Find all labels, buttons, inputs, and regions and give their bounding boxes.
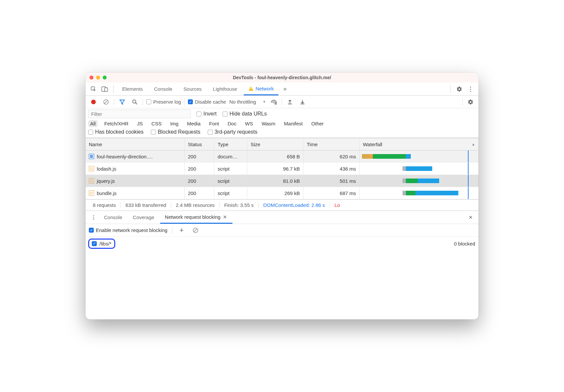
summary-requests: 8 requests bbox=[88, 202, 121, 208]
network-conditions-icon[interactable] bbox=[269, 97, 278, 107]
type-chip-ws[interactable]: WS bbox=[243, 120, 255, 127]
table-row[interactable]: ⟨⟩bundle.js200script269 kB687 ms bbox=[86, 187, 478, 199]
type-chip-manifest[interactable]: Manifest bbox=[282, 120, 305, 127]
checkbox-icon bbox=[151, 130, 156, 135]
blocked-count: 0 blocked bbox=[454, 241, 475, 246]
settings-icon[interactable] bbox=[455, 84, 464, 94]
drawer-tab-console[interactable]: Console bbox=[99, 211, 127, 224]
preserve-log-checkbox[interactable]: Preserve log bbox=[146, 99, 181, 105]
tab-console[interactable]: Console bbox=[150, 83, 177, 95]
titlebar: DevTools - foul-heavenly-direction.glitc… bbox=[86, 73, 478, 82]
tab-label: Network bbox=[256, 86, 274, 91]
tab-sources[interactable]: Sources bbox=[179, 83, 206, 95]
type-chip-media[interactable]: Media bbox=[185, 120, 202, 127]
script-icon: ⟨⟩ bbox=[89, 178, 94, 183]
filter-toggle-icon[interactable] bbox=[118, 97, 127, 107]
hide-data-urls-label: Hide data URLs bbox=[229, 111, 267, 117]
summary-domcontentloaded: DOMContentLoaded: 2.86 s bbox=[259, 202, 330, 208]
cell-status: 200 bbox=[185, 150, 214, 162]
script-icon: ⟨⟩ bbox=[89, 166, 94, 171]
third-party-checkbox[interactable]: 3rd-party requests bbox=[208, 129, 258, 135]
preserve-log-label: Preserve log bbox=[153, 99, 181, 105]
throttling-select[interactable]: No throttling ▼ bbox=[229, 99, 266, 105]
select-element-icon[interactable] bbox=[89, 84, 98, 94]
kebab-menu-icon[interactable]: ⋮ bbox=[466, 84, 475, 94]
col-label: Type bbox=[218, 142, 229, 147]
sort-indicator-icon: ▲ bbox=[472, 142, 475, 146]
col-time[interactable]: Time bbox=[303, 138, 360, 150]
col-label: Status bbox=[188, 142, 202, 147]
type-chip-doc[interactable]: Doc bbox=[226, 120, 238, 127]
devtools-window: DevTools - foul-heavenly-direction.glitc… bbox=[86, 73, 478, 319]
col-status[interactable]: Status bbox=[185, 138, 214, 150]
svg-rect-4 bbox=[251, 90, 251, 90]
network-settings-icon[interactable] bbox=[466, 97, 475, 107]
invert-checkbox[interactable]: Invert bbox=[196, 111, 217, 117]
type-chip-font[interactable]: Font bbox=[207, 120, 221, 127]
has-blocked-cookies-checkbox[interactable]: Has blocked cookies bbox=[88, 129, 144, 135]
import-har-icon[interactable] bbox=[285, 97, 295, 107]
more-tabs-icon[interactable]: » bbox=[280, 84, 290, 94]
pattern-highlight: ✓ /libs/* bbox=[88, 239, 115, 249]
table-row[interactable]: foul-heavenly-direction.…200docum…658 B6… bbox=[86, 150, 478, 163]
clear-button[interactable] bbox=[101, 97, 111, 107]
col-size[interactable]: Size bbox=[247, 138, 303, 150]
type-chip-all[interactable]: All bbox=[88, 120, 98, 127]
col-name[interactable]: Name bbox=[86, 138, 185, 150]
col-type[interactable]: Type bbox=[214, 138, 247, 150]
blocking-pattern-row[interactable]: ✓ /libs/* 0 blocked bbox=[86, 237, 478, 250]
add-pattern-button[interactable]: + bbox=[177, 226, 186, 235]
search-icon[interactable] bbox=[130, 97, 139, 107]
cell-size: 658 B bbox=[247, 150, 303, 162]
checkbox-icon: ✓ bbox=[188, 99, 193, 104]
checkbox-icon bbox=[146, 99, 151, 104]
clear-patterns-button[interactable] bbox=[191, 226, 200, 235]
type-chip-wasm[interactable]: Wasm bbox=[260, 120, 277, 127]
warning-icon bbox=[248, 86, 254, 91]
tab-label: Lighthouse bbox=[213, 86, 237, 92]
cell-time: 436 ms bbox=[303, 163, 360, 175]
close-drawer-icon[interactable]: ✕ bbox=[466, 213, 475, 222]
tab-label: Coverage bbox=[133, 214, 154, 220]
tab-label: Console bbox=[104, 214, 122, 220]
tab-elements[interactable]: Elements bbox=[118, 83, 148, 95]
svg-rect-2 bbox=[105, 88, 108, 91]
tab-network[interactable]: Network bbox=[244, 83, 278, 95]
col-label: Size bbox=[251, 142, 260, 147]
record-button[interactable] bbox=[89, 97, 98, 107]
type-chip-fetchxhr[interactable]: Fetch/XHR bbox=[102, 120, 130, 127]
hide-data-urls-checkbox[interactable]: Hide data URLs bbox=[223, 111, 267, 117]
disable-cache-label: Disable cache bbox=[195, 99, 226, 105]
tab-lighthouse[interactable]: Lighthouse bbox=[208, 83, 242, 95]
device-toolbar-icon[interactable] bbox=[100, 84, 109, 94]
blocked-requests-checkbox[interactable]: Blocked Requests bbox=[151, 129, 200, 135]
checkbox-icon[interactable]: ✓ bbox=[92, 241, 97, 246]
type-filter-chips: AllFetch/XHRJSCSSImgMediaFontDocWSWasmMa… bbox=[88, 120, 476, 127]
col-waterfall[interactable]: Waterfall▲ bbox=[360, 138, 478, 150]
drawer: ⋮ Console Coverage Network request block… bbox=[86, 211, 478, 250]
cell-waterfall bbox=[360, 187, 478, 199]
throttling-label: No throttling bbox=[229, 99, 256, 105]
svg-point-10 bbox=[275, 103, 277, 104]
label: Blocked Requests bbox=[158, 129, 200, 135]
type-chip-js[interactable]: JS bbox=[135, 120, 145, 127]
enable-blocking-label: Enable network request blocking bbox=[96, 227, 167, 233]
invert-label: Invert bbox=[203, 111, 217, 117]
type-chip-img[interactable]: Img bbox=[168, 120, 180, 127]
export-har-icon[interactable] bbox=[298, 97, 307, 107]
type-chip-other[interactable]: Other bbox=[309, 120, 326, 127]
enable-blocking-checkbox[interactable]: ✓ Enable network request blocking bbox=[89, 227, 167, 233]
table-row[interactable]: ⟨⟩lodash.js200script96.7 kB436 ms bbox=[86, 163, 478, 175]
type-chip-css[interactable]: CSS bbox=[150, 120, 164, 127]
svg-line-14 bbox=[194, 229, 197, 232]
cell-type: script bbox=[214, 163, 247, 175]
checkbox-icon: ✓ bbox=[89, 228, 94, 233]
drawer-kebab-icon[interactable]: ⋮ bbox=[89, 213, 98, 222]
close-tab-icon[interactable]: ✕ bbox=[223, 214, 228, 220]
drawer-tab-network-request-blocking[interactable]: Network request blocking ✕ bbox=[160, 211, 232, 224]
disable-cache-checkbox[interactable]: ✓ Disable cache bbox=[188, 99, 226, 105]
filter-input[interactable] bbox=[88, 110, 191, 118]
summary-transferred: 633 kB transferred bbox=[121, 202, 171, 208]
table-row[interactable]: ⟨⟩jquery.js200script81.0 kB501 ms bbox=[86, 175, 478, 187]
drawer-tab-coverage[interactable]: Coverage bbox=[128, 211, 159, 224]
